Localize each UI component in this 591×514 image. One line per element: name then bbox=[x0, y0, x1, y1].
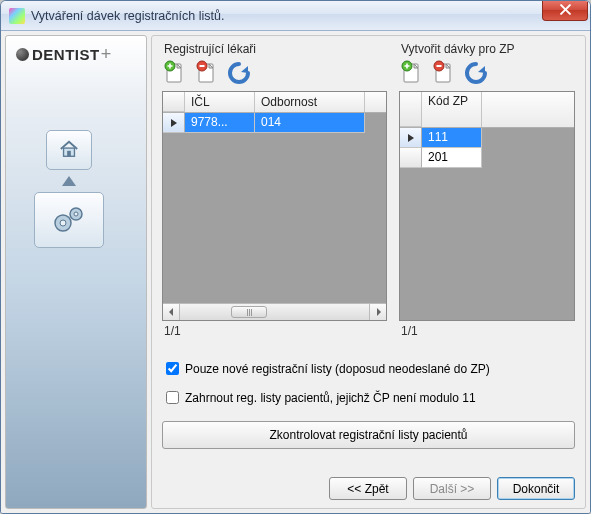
finish-button[interactable]: Dokončit bbox=[497, 477, 575, 500]
svg-rect-1 bbox=[67, 150, 71, 155]
grid-doctors-rows: 9778... 014 bbox=[163, 113, 386, 303]
panel-doctors: Registrující lékaři bbox=[162, 42, 387, 341]
panel-doctors-heading: Registrující lékaři bbox=[162, 42, 387, 56]
grid-zp-header: Kód ZP bbox=[400, 92, 574, 128]
table-row[interactable]: 111 bbox=[400, 128, 574, 148]
only-new-checkbox[interactable] bbox=[166, 362, 179, 375]
grid-zp-rows: 111 201 bbox=[400, 128, 574, 320]
row-caret-icon bbox=[171, 119, 177, 127]
back-button[interactable]: << Zpět bbox=[329, 477, 407, 500]
row-header-col bbox=[163, 92, 185, 112]
col-odbornost[interactable]: Odbornost bbox=[255, 92, 365, 112]
refresh-zp-button[interactable] bbox=[463, 59, 489, 87]
app-icon bbox=[9, 8, 25, 24]
wizard-footer: << Zpět Další >> Dokončit bbox=[162, 467, 575, 500]
add-page-icon bbox=[164, 60, 186, 86]
toolbar-doctors bbox=[162, 59, 387, 87]
add-doctor-button[interactable] bbox=[162, 59, 188, 87]
close-button[interactable] bbox=[542, 1, 588, 21]
row-selector[interactable] bbox=[163, 113, 185, 133]
row-header-col bbox=[400, 92, 422, 127]
brand-plus: + bbox=[101, 44, 112, 65]
svg-point-5 bbox=[74, 212, 78, 216]
cell-kod[interactable]: 111 bbox=[422, 128, 482, 148]
grid-doctors-header: IČL Odbornost bbox=[163, 92, 386, 113]
wizard-step-home[interactable] bbox=[46, 130, 92, 170]
refresh-icon bbox=[226, 60, 252, 86]
gears-icon bbox=[49, 201, 89, 240]
table-row[interactable]: 9778... 014 bbox=[163, 113, 386, 133]
brand-dot-icon bbox=[16, 48, 29, 61]
table-row[interactable]: 201 bbox=[400, 148, 574, 168]
grid-doctors[interactable]: IČL Odbornost 9778... 014 bbox=[162, 91, 387, 321]
brand-logo: DENTIST + bbox=[16, 44, 112, 65]
option-include-mod11: Zahrnout reg. listy pacientů, jejichž ČP… bbox=[162, 388, 575, 407]
add-zp-button[interactable] bbox=[399, 59, 425, 87]
row-caret-icon bbox=[408, 134, 414, 142]
grid-zp[interactable]: Kód ZP 111 201 bbox=[399, 91, 575, 321]
scroll-left-button[interactable] bbox=[163, 304, 180, 320]
arrow-up-icon bbox=[62, 176, 76, 186]
scroll-thumb[interactable] bbox=[231, 306, 267, 318]
include-mod11-label[interactable]: Zahrnout reg. listy pacientů, jejichž ČP… bbox=[185, 391, 476, 405]
remove-doctor-button[interactable] bbox=[194, 59, 220, 87]
cell-kod[interactable]: 201 bbox=[422, 148, 482, 168]
cell-odbornost[interactable]: 014 bbox=[255, 113, 365, 133]
pager-doctors: 1/1 bbox=[162, 321, 387, 341]
pager-zp: 1/1 bbox=[399, 321, 575, 341]
cell-icl[interactable]: 9778... bbox=[185, 113, 255, 133]
next-button: Další >> bbox=[413, 477, 491, 500]
window-title: Vytváření dávek registračních listů. bbox=[31, 9, 224, 23]
check-patients-button[interactable]: Zkontrolovat registrační listy pacientů bbox=[162, 421, 575, 449]
brand-text: DENTIST bbox=[32, 46, 100, 63]
close-icon bbox=[560, 4, 571, 18]
horizontal-scrollbar[interactable] bbox=[163, 303, 386, 320]
remove-page-icon bbox=[196, 60, 218, 86]
panel-zp: Vytvořit dávky pro ZP bbox=[399, 42, 575, 341]
row-selector[interactable] bbox=[400, 148, 422, 168]
col-kod-zp[interactable]: Kód ZP bbox=[422, 92, 482, 127]
dialog-window: Vytváření dávek registračních listů. DEN… bbox=[0, 0, 591, 514]
refresh-doctors-button[interactable] bbox=[226, 59, 252, 87]
wizard-sidebar: DENTIST + bbox=[5, 35, 147, 509]
client-area: DENTIST + bbox=[1, 31, 590, 513]
row-selector[interactable] bbox=[400, 128, 422, 148]
remove-page-icon bbox=[433, 60, 455, 86]
add-page-icon bbox=[401, 60, 423, 86]
svg-point-3 bbox=[60, 220, 66, 226]
refresh-icon bbox=[463, 60, 489, 86]
remove-zp-button[interactable] bbox=[431, 59, 457, 87]
col-icl[interactable]: IČL bbox=[185, 92, 255, 112]
options-area: Pouze nové registrační listy (doposud ne… bbox=[162, 353, 575, 417]
panels-row: Registrující lékaři bbox=[162, 42, 575, 341]
titlebar: Vytváření dávek registračních listů. bbox=[1, 1, 590, 31]
include-mod11-checkbox[interactable] bbox=[166, 391, 179, 404]
scroll-right-button[interactable] bbox=[369, 304, 386, 320]
wizard-nav bbox=[34, 126, 104, 252]
option-only-new: Pouze nové registrační listy (doposud ne… bbox=[162, 359, 575, 378]
home-icon bbox=[58, 139, 80, 162]
main-panel: Registrující lékaři bbox=[151, 35, 586, 509]
wizard-step-settings[interactable] bbox=[34, 192, 104, 248]
only-new-label[interactable]: Pouze nové registrační listy (doposud ne… bbox=[185, 362, 490, 376]
panel-zp-heading: Vytvořit dávky pro ZP bbox=[399, 42, 575, 56]
toolbar-zp bbox=[399, 59, 575, 87]
